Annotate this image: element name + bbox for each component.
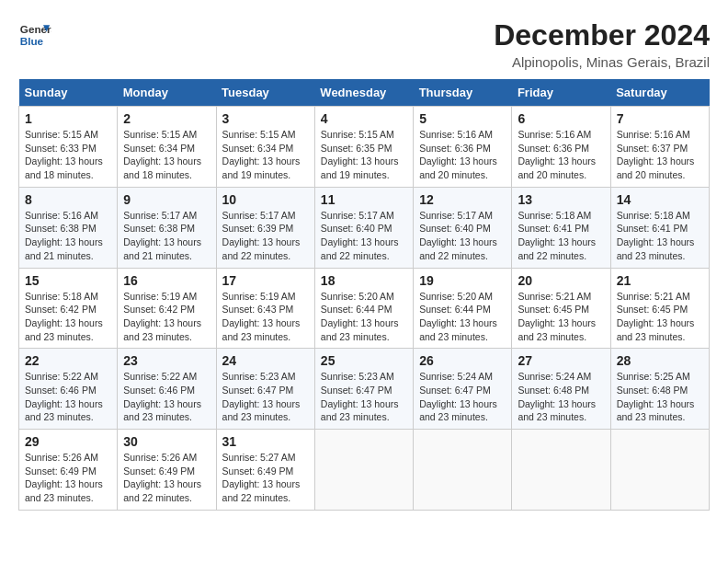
day-number: 30 [123, 434, 210, 449]
table-row: 6Sunrise: 5:16 AMSunset: 6:36 PMDaylight… [512, 107, 610, 188]
table-row [610, 430, 709, 511]
day-number: 11 [321, 192, 407, 207]
day-detail: Sunrise: 5:20 AMSunset: 6:44 PMDaylight:… [419, 290, 506, 344]
day-detail: Sunrise: 5:23 AMSunset: 6:47 PMDaylight:… [321, 370, 407, 424]
page-title: December 2024 [494, 18, 710, 52]
table-row: 18Sunrise: 5:20 AMSunset: 6:44 PMDayligh… [314, 268, 413, 349]
calendar-table: Sunday Monday Tuesday Wednesday Thursday… [18, 79, 710, 511]
day-number: 6 [518, 111, 604, 126]
table-row: 10Sunrise: 5:17 AMSunset: 6:39 PMDayligh… [216, 187, 314, 268]
page-subtitle: Alpinopolis, Minas Gerais, Brazil [494, 54, 710, 70]
day-number: 8 [25, 192, 111, 207]
logo: General Blue [18, 18, 51, 52]
day-detail: Sunrise: 5:21 AMSunset: 6:45 PMDaylight:… [617, 290, 703, 344]
day-detail: Sunrise: 5:19 AMSunset: 6:43 PMDaylight:… [222, 290, 309, 344]
calendar-week-row: 22Sunrise: 5:22 AMSunset: 6:46 PMDayligh… [19, 349, 710, 430]
table-row: 20Sunrise: 5:21 AMSunset: 6:45 PMDayligh… [512, 268, 610, 349]
table-row [414, 430, 512, 511]
day-detail: Sunrise: 5:18 AMSunset: 6:41 PMDaylight:… [617, 209, 703, 263]
day-number: 20 [518, 273, 604, 288]
day-detail: Sunrise: 5:17 AMSunset: 6:40 PMDaylight:… [321, 209, 407, 263]
col-monday: Monday [118, 79, 216, 107]
day-number: 17 [222, 273, 309, 288]
calendar-week-row: 8Sunrise: 5:16 AMSunset: 6:38 PMDaylight… [19, 187, 710, 268]
col-tuesday: Tuesday [216, 79, 314, 107]
day-detail: Sunrise: 5:16 AMSunset: 6:36 PMDaylight:… [419, 128, 506, 182]
table-row: 11Sunrise: 5:17 AMSunset: 6:40 PMDayligh… [314, 187, 413, 268]
calendar-header-row: Sunday Monday Tuesday Wednesday Thursday… [19, 79, 710, 107]
table-row: 24Sunrise: 5:23 AMSunset: 6:47 PMDayligh… [216, 349, 314, 430]
table-row: 23Sunrise: 5:22 AMSunset: 6:46 PMDayligh… [118, 349, 216, 430]
table-row: 13Sunrise: 5:18 AMSunset: 6:41 PMDayligh… [512, 187, 610, 268]
day-detail: Sunrise: 5:21 AMSunset: 6:45 PMDaylight:… [518, 290, 604, 344]
table-row: 15Sunrise: 5:18 AMSunset: 6:42 PMDayligh… [19, 268, 118, 349]
table-row: 27Sunrise: 5:24 AMSunset: 6:48 PMDayligh… [512, 349, 610, 430]
day-detail: Sunrise: 5:17 AMSunset: 6:39 PMDaylight:… [222, 209, 309, 263]
col-friday: Friday [512, 79, 610, 107]
day-number: 25 [321, 353, 407, 368]
table-row: 29Sunrise: 5:26 AMSunset: 6:49 PMDayligh… [19, 430, 118, 511]
table-row: 4Sunrise: 5:15 AMSunset: 6:35 PMDaylight… [314, 107, 413, 188]
day-detail: Sunrise: 5:23 AMSunset: 6:47 PMDaylight:… [222, 370, 309, 424]
day-detail: Sunrise: 5:15 AMSunset: 6:33 PMDaylight:… [25, 128, 111, 182]
col-thursday: Thursday [414, 79, 512, 107]
day-detail: Sunrise: 5:15 AMSunset: 6:34 PMDaylight:… [123, 128, 210, 182]
day-detail: Sunrise: 5:22 AMSunset: 6:46 PMDaylight:… [25, 370, 111, 424]
day-detail: Sunrise: 5:27 AMSunset: 6:49 PMDaylight:… [222, 451, 309, 505]
table-row: 26Sunrise: 5:24 AMSunset: 6:47 PMDayligh… [414, 349, 512, 430]
day-number: 27 [518, 353, 604, 368]
day-detail: Sunrise: 5:18 AMSunset: 6:42 PMDaylight:… [25, 290, 111, 344]
day-number: 13 [518, 192, 604, 207]
day-number: 10 [222, 192, 309, 207]
day-number: 23 [123, 353, 210, 368]
day-number: 18 [321, 273, 407, 288]
table-row: 30Sunrise: 5:26 AMSunset: 6:49 PMDayligh… [118, 430, 216, 511]
table-row [314, 430, 413, 511]
day-number: 19 [419, 273, 506, 288]
table-row: 14Sunrise: 5:18 AMSunset: 6:41 PMDayligh… [610, 187, 709, 268]
day-detail: Sunrise: 5:24 AMSunset: 6:48 PMDaylight:… [518, 370, 604, 424]
day-detail: Sunrise: 5:15 AMSunset: 6:34 PMDaylight:… [222, 128, 309, 182]
day-number: 16 [123, 273, 210, 288]
day-detail: Sunrise: 5:26 AMSunset: 6:49 PMDaylight:… [25, 451, 111, 505]
day-number: 15 [25, 273, 111, 288]
day-number: 28 [617, 353, 703, 368]
svg-text:Blue: Blue [20, 35, 44, 47]
day-detail: Sunrise: 5:19 AMSunset: 6:42 PMDaylight:… [123, 290, 210, 344]
title-block: December 2024 Alpinopolis, Minas Gerais,… [494, 18, 710, 70]
day-detail: Sunrise: 5:25 AMSunset: 6:48 PMDaylight:… [617, 370, 703, 424]
day-number: 26 [419, 353, 506, 368]
table-row: 22Sunrise: 5:22 AMSunset: 6:46 PMDayligh… [19, 349, 118, 430]
page-header: General Blue December 2024 Alpinopolis, … [18, 18, 710, 70]
day-detail: Sunrise: 5:20 AMSunset: 6:44 PMDaylight:… [321, 290, 407, 344]
day-detail: Sunrise: 5:26 AMSunset: 6:49 PMDaylight:… [123, 451, 210, 505]
table-row: 2Sunrise: 5:15 AMSunset: 6:34 PMDaylight… [118, 107, 216, 188]
day-detail: Sunrise: 5:16 AMSunset: 6:38 PMDaylight:… [25, 209, 111, 263]
col-saturday: Saturday [610, 79, 709, 107]
table-row: 16Sunrise: 5:19 AMSunset: 6:42 PMDayligh… [118, 268, 216, 349]
calendar-week-row: 15Sunrise: 5:18 AMSunset: 6:42 PMDayligh… [19, 268, 710, 349]
table-row: 3Sunrise: 5:15 AMSunset: 6:34 PMDaylight… [216, 107, 314, 188]
day-number: 7 [617, 111, 703, 126]
day-detail: Sunrise: 5:18 AMSunset: 6:41 PMDaylight:… [518, 209, 604, 263]
table-row: 31Sunrise: 5:27 AMSunset: 6:49 PMDayligh… [216, 430, 314, 511]
day-detail: Sunrise: 5:22 AMSunset: 6:46 PMDaylight:… [123, 370, 210, 424]
table-row: 28Sunrise: 5:25 AMSunset: 6:48 PMDayligh… [610, 349, 709, 430]
day-number: 4 [321, 111, 407, 126]
day-detail: Sunrise: 5:24 AMSunset: 6:47 PMDaylight:… [419, 370, 506, 424]
logo-icon: General Blue [18, 18, 51, 52]
col-wednesday: Wednesday [314, 79, 413, 107]
day-detail: Sunrise: 5:15 AMSunset: 6:35 PMDaylight:… [321, 128, 407, 182]
table-row: 25Sunrise: 5:23 AMSunset: 6:47 PMDayligh… [314, 349, 413, 430]
day-number: 12 [419, 192, 506, 207]
day-number: 24 [222, 353, 309, 368]
day-number: 31 [222, 434, 309, 449]
table-row: 8Sunrise: 5:16 AMSunset: 6:38 PMDaylight… [19, 187, 118, 268]
day-number: 21 [617, 273, 703, 288]
day-number: 5 [419, 111, 506, 126]
table-row [512, 430, 610, 511]
table-row: 1Sunrise: 5:15 AMSunset: 6:33 PMDaylight… [19, 107, 118, 188]
day-number: 22 [25, 353, 111, 368]
calendar-week-row: 29Sunrise: 5:26 AMSunset: 6:49 PMDayligh… [19, 430, 710, 511]
day-detail: Sunrise: 5:17 AMSunset: 6:38 PMDaylight:… [123, 209, 210, 263]
